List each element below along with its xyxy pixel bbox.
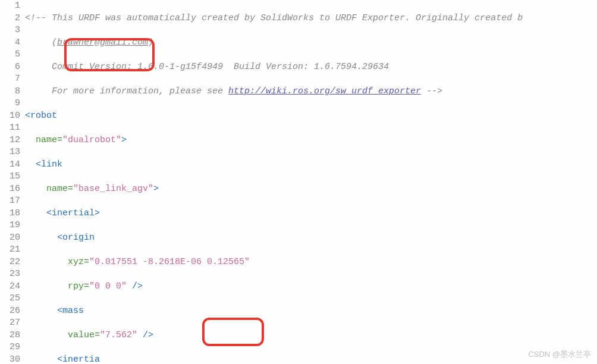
- comment-line2a: (: [25, 37, 57, 48]
- inertia-tag: inertia: [62, 354, 100, 365]
- origin-xyz-val: "0.017551 -8.2618E-06 0.12565": [89, 257, 250, 267]
- origin-xyz-attr: xyz: [68, 257, 84, 267]
- code-area[interactable]: <!-- This URDF was automatically created…: [25, 0, 597, 364]
- link-name-val: "base_link_agv": [73, 184, 153, 194]
- link-name-attr: name: [46, 184, 68, 194]
- code-editor[interactable]: 12345 678910 1112131415 1617181920 21222…: [0, 0, 597, 364]
- comment-line2b: ): [148, 37, 153, 48]
- robot-open-tag: robot: [30, 111, 57, 121]
- mass-value-attr: value: [68, 330, 95, 340]
- comment-line1: <!-- This URDF was automatically created…: [25, 13, 523, 23]
- comment-email: brawner@gmail.com: [57, 37, 148, 48]
- comment-line4b: -->: [421, 86, 442, 96]
- line-gutter: 12345 678910 1112131415 1617181920 21222…: [0, 0, 25, 364]
- mass-value-val: "7.562": [100, 330, 137, 340]
- comment-line4a: For more information, please see: [25, 86, 228, 96]
- robot-name-attr: name: [36, 135, 57, 145]
- doc-link[interactable]: http://wiki.ros.org/sw_urdf_exporter: [228, 86, 421, 96]
- robot-name-val: "dualrobot": [62, 135, 121, 145]
- origin-open-tag: origin: [62, 233, 95, 243]
- origin-rpy-val: "0 0 0": [89, 281, 127, 291]
- comment-line3: Commit Version: 1.6.0-1-g15f4949 Build V…: [25, 62, 389, 72]
- watermark: CSDN @墨水兰亭: [528, 349, 591, 361]
- mass-tag: mass: [62, 306, 84, 316]
- origin-rpy-attr: rpy: [68, 281, 84, 291]
- inertial-open-tag: inertial: [52, 208, 95, 218]
- link-open-tag: link: [41, 159, 62, 170]
